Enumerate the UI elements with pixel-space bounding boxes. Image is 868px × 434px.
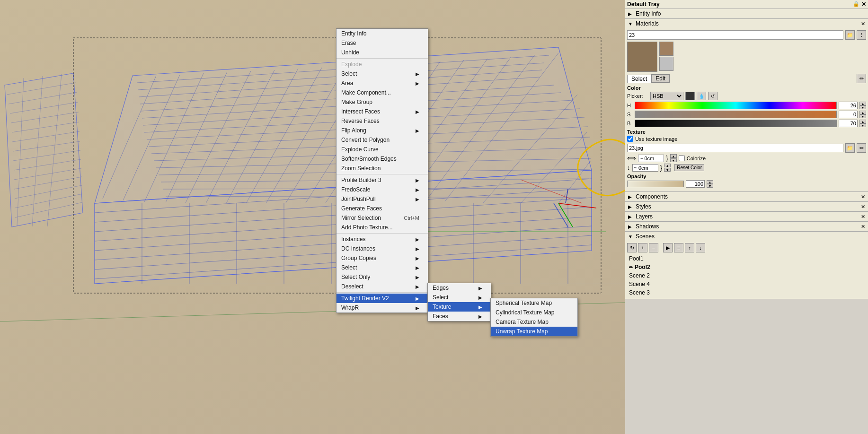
menu-select-2[interactable]: Select▶ [337,263,428,272]
scenes-anim-btn[interactable]: ▶ [663,243,673,252]
submenu-twilight-select[interactable]: Select▶ [428,293,491,302]
b-spin-up[interactable]: ▲ [859,120,866,123]
h-spin-up[interactable]: ▲ [859,102,866,105]
texture-w-spin-down[interactable]: ▼ [670,158,677,162]
menu-flip-along[interactable]: Flip Along▶ [337,126,428,135]
materials-search-input[interactable] [627,30,843,40]
scenes-move-down-btn[interactable]: ↓ [696,243,705,252]
materials-edit-tab[interactable]: Edit [651,74,670,83]
texture-file-input[interactable] [627,144,843,152]
menu-entity-info[interactable]: Entity Info [337,29,428,38]
menu-generate-faces[interactable]: Generate Faces [337,204,428,213]
menu-select-only[interactable]: Select Only▶ [337,272,428,282]
submenu-texture-spherical[interactable]: Spherical Texture Map [491,298,577,308]
texture-link-icon[interactable]: } [666,155,668,162]
scenes-refresh-btn[interactable]: ↻ [627,243,637,252]
scene-item-scene2[interactable]: Scene 2 [627,271,866,280]
materials-close-btn[interactable]: ✕ [861,21,865,27]
menu-unhide[interactable]: Unhide [337,48,428,57]
materials-pencil-btn[interactable]: ✏ [857,74,866,83]
h-spinner[interactable]: ▲ ▼ [859,102,866,109]
b-slider[interactable] [635,120,837,127]
menu-convert-polygon[interactable]: Convert to Polygon [337,135,428,145]
b-value[interactable]: 70 [839,120,858,127]
opacity-slider[interactable] [627,181,684,187]
s-slider[interactable] [635,111,837,118]
opacity-spin-down[interactable]: ▼ [707,184,713,188]
menu-intersect-faces[interactable]: Intersect Faces▶ [337,107,428,116]
menu-instances[interactable]: Instances▶ [337,234,428,244]
texture-width-input[interactable] [638,155,664,162]
submenu-texture-unwrap[interactable]: Unwrap Texture Map [491,327,577,336]
picker-sample-btn[interactable]: 💧 [697,92,706,100]
scenes-move-up-btn[interactable]: ↑ [685,243,694,252]
opacity-spin-up[interactable]: ▲ [707,180,713,184]
h-slider[interactable] [635,102,837,109]
menu-make-group[interactable]: Make Group [337,97,428,107]
submenu-texture-camera[interactable]: Camera Texture Map [491,317,577,327]
materials-swatch-2[interactable] [659,57,673,71]
menu-fredoscale[interactable]: FredoScale▶ [337,185,428,194]
s-spin-up[interactable]: ▲ [859,111,866,114]
entity-info-header[interactable]: Entity Info [625,9,868,18]
materials-detail-btn[interactable]: ⋮ [857,30,866,40]
menu-twilight-render[interactable]: Twilight Render V2▶ [337,294,428,303]
picker-select[interactable]: HSB RGB HLS [650,92,683,100]
styles-header[interactable]: Styles ✕ [625,202,868,211]
scenes-settings-btn[interactable]: ≡ [674,243,683,252]
components-header[interactable]: Components ✕ [625,192,868,201]
submenu-twilight-faces[interactable]: Faces▶ [428,312,491,321]
s-spin-down[interactable]: ▼ [859,114,866,118]
layers-close-btn[interactable]: ✕ [861,214,865,220]
menu-jointpushpull[interactable]: JointPushPull▶ [337,194,428,204]
b-spinner[interactable]: ▲ ▼ [859,120,866,127]
components-close-btn[interactable]: ✕ [861,194,865,200]
menu-wrapr[interactable]: WrapR▶ [337,303,428,312]
menu-dc-instances[interactable]: DC Instances▶ [337,244,428,253]
texture-height-input[interactable] [632,164,658,172]
b-spin-down[interactable]: ▼ [859,123,866,127]
menu-soften-smooth[interactable]: Soften/Smooth Edges [337,154,428,164]
use-texture-checkbox[interactable] [627,136,633,142]
reset-color-btn[interactable]: Reset Color [674,164,704,171]
submenu-texture-cylindrical[interactable]: Cylindrical Texture Map [491,308,577,317]
materials-folder-btn[interactable]: 📁 [845,30,855,40]
menu-mirror-selection[interactable]: Mirror SelectionCtrl+M [337,213,428,223]
materials-header[interactable]: ▼ Materials ✕ [625,19,868,28]
shadows-close-btn[interactable]: ✕ [861,224,865,230]
texture-h-spin-down[interactable]: ▼ [664,168,671,172]
menu-explode[interactable]: Explode [337,60,428,69]
scene-item-scene4[interactable]: Scene 4 [627,280,866,288]
layers-header[interactable]: Layers ✕ [625,212,868,221]
scene-item-scene3[interactable]: Scene 3 [627,288,866,297]
opacity-spinner[interactable]: ▲ ▼ [707,180,713,188]
menu-select[interactable]: Select▶ [337,69,428,78]
colorize-checkbox[interactable] [679,155,685,161]
scenes-add-btn[interactable]: + [638,243,647,252]
submenu-twilight-edges[interactable]: Edges▶ [428,283,491,293]
texture-link-icon-2[interactable]: } [660,164,663,172]
h-value[interactable]: 26 [839,102,858,109]
texture-edit-btn[interactable]: ✏ [857,143,866,153]
picker-swatch[interactable] [685,92,695,100]
menu-profile-builder[interactable]: Profile Builder 3▶ [337,175,428,185]
texture-folder-btn[interactable]: 📁 [845,143,855,153]
opacity-value[interactable]: 100 [686,180,705,188]
menu-group-copies[interactable]: Group Copies▶ [337,253,428,263]
materials-swatch-1[interactable] [659,42,673,56]
texture-h-spin-up[interactable]: ▲ [664,164,671,167]
styles-close-btn[interactable]: ✕ [861,204,865,210]
scenes-header[interactable]: ▼ Scenes [625,232,868,241]
scene-item-pool1[interactable]: Pool1 [627,254,866,263]
texture-w-spin-up[interactable]: ▲ [670,154,677,158]
menu-explode-curve[interactable]: Explode Curve [337,145,428,154]
tray-pin-btn[interactable]: 🔒 [853,1,859,8]
picker-reset-btn[interactable]: ↺ [708,92,717,100]
submenu-twilight-texture[interactable]: Texture▶ [428,302,491,312]
shadows-header[interactable]: Shadows ✕ [625,222,868,231]
menu-area[interactable]: Area▶ [337,78,428,88]
menu-erase[interactable]: Erase [337,38,428,48]
h-spin-down[interactable]: ▼ [859,105,866,109]
tray-close-btn[interactable]: ✕ [861,1,866,8]
materials-select-tab[interactable]: Select [627,75,651,83]
